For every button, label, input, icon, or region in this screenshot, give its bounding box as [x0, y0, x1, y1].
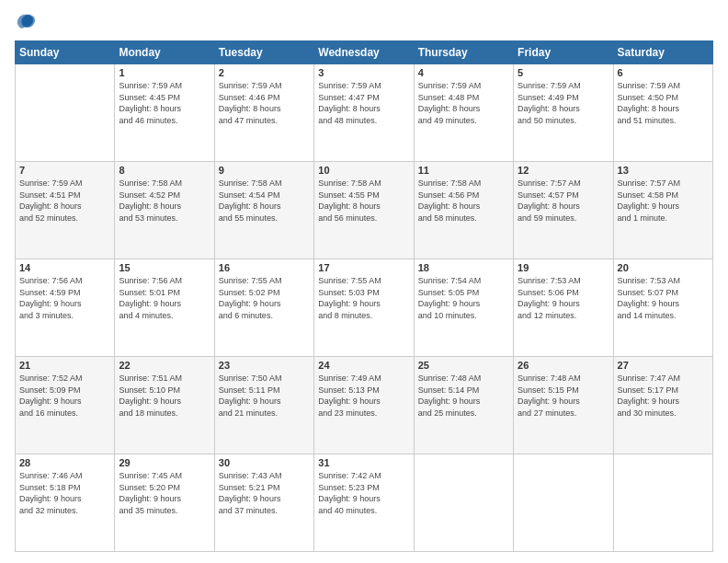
calendar-cell: 23Sunrise: 7:50 AMSunset: 5:11 PMDayligh…: [214, 357, 313, 454]
day-info: Sunrise: 7:42 AMSunset: 5:23 PMDaylight:…: [318, 470, 409, 516]
calendar-cell: 1Sunrise: 7:59 AMSunset: 4:45 PMDaylight…: [115, 64, 214, 162]
day-info: Sunrise: 7:55 AMSunset: 5:02 PMDaylight:…: [219, 275, 310, 321]
day-number: 16: [219, 262, 310, 273]
day-number: 22: [119, 360, 210, 371]
day-number: 7: [19, 165, 110, 176]
weekday-header-sunday: Sunday: [16, 41, 115, 64]
calendar-cell: 20Sunrise: 7:53 AMSunset: 5:07 PMDayligh…: [613, 259, 712, 357]
day-number: 11: [418, 165, 509, 176]
calendar-cell: [16, 64, 115, 162]
calendar-body: 1Sunrise: 7:59 AMSunset: 4:45 PMDaylight…: [16, 64, 713, 552]
calendar-cell: [414, 454, 513, 552]
day-number: 17: [318, 262, 409, 273]
day-info: Sunrise: 7:46 AMSunset: 5:18 PMDaylight:…: [19, 470, 110, 516]
day-number: 31: [318, 457, 409, 468]
calendar-cell: 28Sunrise: 7:46 AMSunset: 5:18 PMDayligh…: [16, 454, 115, 552]
day-number: 25: [418, 360, 509, 371]
day-number: 3: [318, 67, 409, 78]
calendar-page: SundayMondayTuesdayWednesdayThursdayFrid…: [0, 0, 728, 563]
calendar-cell: 8Sunrise: 7:58 AMSunset: 4:52 PMDaylight…: [115, 162, 214, 259]
calendar-cell: 14Sunrise: 7:56 AMSunset: 4:59 PMDayligh…: [16, 259, 115, 357]
day-number: 18: [418, 262, 509, 273]
day-number: 29: [119, 457, 210, 468]
calendar-cell: 11Sunrise: 7:58 AMSunset: 4:56 PMDayligh…: [414, 162, 513, 259]
day-info: Sunrise: 7:53 AMSunset: 5:07 PMDaylight:…: [618, 275, 709, 321]
logo-icon: [17, 11, 37, 31]
calendar-week-3: 14Sunrise: 7:56 AMSunset: 4:59 PMDayligh…: [16, 259, 713, 357]
day-info: Sunrise: 7:43 AMSunset: 5:21 PMDaylight:…: [219, 470, 310, 516]
day-info: Sunrise: 7:54 AMSunset: 5:05 PMDaylight:…: [418, 275, 509, 321]
day-number: 19: [518, 262, 609, 273]
day-info: Sunrise: 7:58 AMSunset: 4:55 PMDaylight:…: [318, 178, 409, 224]
day-number: 21: [19, 360, 110, 371]
calendar-week-2: 7Sunrise: 7:59 AMSunset: 4:51 PMDaylight…: [16, 162, 713, 259]
day-info: Sunrise: 7:59 AMSunset: 4:48 PMDaylight:…: [418, 80, 509, 126]
calendar-cell: [514, 454, 613, 552]
day-number: 5: [518, 67, 609, 78]
calendar-cell: 2Sunrise: 7:59 AMSunset: 4:46 PMDaylight…: [214, 64, 313, 162]
day-number: 23: [219, 360, 310, 371]
day-info: Sunrise: 7:50 AMSunset: 5:11 PMDaylight:…: [219, 373, 310, 419]
calendar-cell: 18Sunrise: 7:54 AMSunset: 5:05 PMDayligh…: [414, 259, 513, 357]
day-number: 27: [618, 360, 709, 371]
calendar-week-1: 1Sunrise: 7:59 AMSunset: 4:45 PMDaylight…: [16, 64, 713, 162]
weekday-header-tuesday: Tuesday: [214, 41, 313, 64]
day-info: Sunrise: 7:56 AMSunset: 4:59 PMDaylight:…: [19, 275, 110, 321]
calendar-cell: 13Sunrise: 7:57 AMSunset: 4:58 PMDayligh…: [613, 162, 712, 259]
weekday-header-wednesday: Wednesday: [314, 41, 414, 64]
calendar-cell: 16Sunrise: 7:55 AMSunset: 5:02 PMDayligh…: [214, 259, 313, 357]
calendar-cell: 19Sunrise: 7:53 AMSunset: 5:06 PMDayligh…: [514, 259, 613, 357]
day-info: Sunrise: 7:57 AMSunset: 4:58 PMDaylight:…: [618, 178, 709, 224]
day-info: Sunrise: 7:58 AMSunset: 4:52 PMDaylight:…: [119, 178, 210, 224]
calendar-cell: 5Sunrise: 7:59 AMSunset: 4:49 PMDaylight…: [514, 64, 613, 162]
day-number: 12: [518, 165, 609, 176]
day-number: 14: [19, 262, 110, 273]
day-info: Sunrise: 7:58 AMSunset: 4:54 PMDaylight:…: [219, 178, 310, 224]
calendar-cell: 30Sunrise: 7:43 AMSunset: 5:21 PMDayligh…: [214, 454, 313, 552]
day-info: Sunrise: 7:47 AMSunset: 5:17 PMDaylight:…: [618, 373, 709, 419]
calendar-cell: 29Sunrise: 7:45 AMSunset: 5:20 PMDayligh…: [115, 454, 214, 552]
calendar-week-4: 21Sunrise: 7:52 AMSunset: 5:09 PMDayligh…: [16, 357, 713, 454]
day-number: 8: [119, 165, 210, 176]
calendar-cell: 25Sunrise: 7:48 AMSunset: 5:14 PMDayligh…: [414, 357, 513, 454]
calendar-cell: 31Sunrise: 7:42 AMSunset: 5:23 PMDayligh…: [314, 454, 414, 552]
weekday-header-thursday: Thursday: [414, 41, 513, 64]
day-number: 20: [618, 262, 709, 273]
day-info: Sunrise: 7:59 AMSunset: 4:45 PMDaylight:…: [119, 80, 210, 126]
weekday-header-row: SundayMondayTuesdayWednesdayThursdayFrid…: [16, 41, 713, 64]
weekday-header-monday: Monday: [115, 41, 214, 64]
day-number: 10: [318, 165, 409, 176]
calendar-cell: [613, 454, 712, 552]
day-info: Sunrise: 7:56 AMSunset: 5:01 PMDaylight:…: [119, 275, 210, 321]
calendar-table: SundayMondayTuesdayWednesdayThursdayFrid…: [15, 40, 713, 552]
weekday-header-saturday: Saturday: [613, 41, 712, 64]
day-info: Sunrise: 7:59 AMSunset: 4:50 PMDaylight:…: [618, 80, 709, 126]
calendar-cell: 4Sunrise: 7:59 AMSunset: 4:48 PMDaylight…: [414, 64, 513, 162]
logo: [15, 11, 39, 31]
calendar-cell: 10Sunrise: 7:58 AMSunset: 4:55 PMDayligh…: [314, 162, 414, 259]
weekday-header-friday: Friday: [514, 41, 613, 64]
day-number: 28: [19, 457, 110, 468]
day-info: Sunrise: 7:59 AMSunset: 4:47 PMDaylight:…: [318, 80, 409, 126]
day-info: Sunrise: 7:45 AMSunset: 5:20 PMDaylight:…: [119, 470, 210, 516]
day-info: Sunrise: 7:48 AMSunset: 5:14 PMDaylight:…: [418, 373, 509, 419]
day-info: Sunrise: 7:58 AMSunset: 4:56 PMDaylight:…: [418, 178, 509, 224]
day-info: Sunrise: 7:51 AMSunset: 5:10 PMDaylight:…: [119, 373, 210, 419]
day-number: 30: [219, 457, 310, 468]
header: [15, 11, 713, 31]
calendar-cell: 22Sunrise: 7:51 AMSunset: 5:10 PMDayligh…: [115, 357, 214, 454]
day-number: 26: [518, 360, 609, 371]
day-number: 15: [119, 262, 210, 273]
day-info: Sunrise: 7:55 AMSunset: 5:03 PMDaylight:…: [318, 275, 409, 321]
calendar-cell: 3Sunrise: 7:59 AMSunset: 4:47 PMDaylight…: [314, 64, 414, 162]
day-info: Sunrise: 7:48 AMSunset: 5:15 PMDaylight:…: [518, 373, 609, 419]
day-info: Sunrise: 7:59 AMSunset: 4:51 PMDaylight:…: [19, 178, 110, 224]
day-number: 13: [618, 165, 709, 176]
day-info: Sunrise: 7:53 AMSunset: 5:06 PMDaylight:…: [518, 275, 609, 321]
calendar-cell: 26Sunrise: 7:48 AMSunset: 5:15 PMDayligh…: [514, 357, 613, 454]
day-info: Sunrise: 7:59 AMSunset: 4:46 PMDaylight:…: [219, 80, 310, 126]
calendar-week-5: 28Sunrise: 7:46 AMSunset: 5:18 PMDayligh…: [16, 454, 713, 552]
day-number: 2: [219, 67, 310, 78]
calendar-cell: 9Sunrise: 7:58 AMSunset: 4:54 PMDaylight…: [214, 162, 313, 259]
day-number: 6: [618, 67, 709, 78]
